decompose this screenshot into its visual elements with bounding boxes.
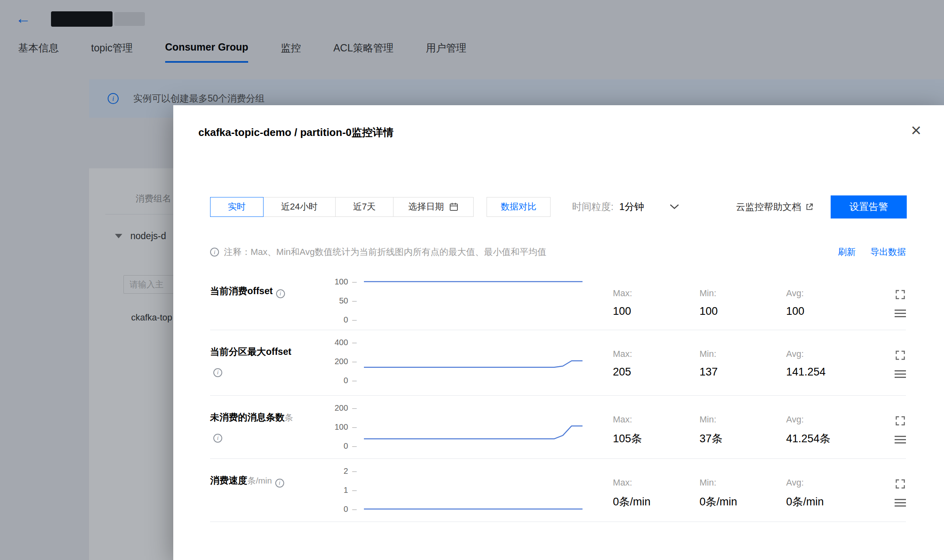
range-realtime-button[interactable]: 实时 (210, 197, 264, 217)
max-value: 0条/min (613, 494, 699, 509)
cloud-monitor-help-link[interactable]: 云监控帮助文档 (736, 201, 814, 213)
line-chart (364, 330, 583, 395)
metric-label: 当前消费offset (210, 269, 319, 330)
note-text: 注释：Max、Min和Avg数值统计为当前折线图内所有点的最大值、最小值和平均值 (224, 246, 546, 258)
stats: Max:100 Min:100 Avg:100 (613, 269, 873, 330)
refresh-link[interactable]: 刷新 (838, 246, 856, 258)
metric-label: 消费速度条/min (210, 459, 319, 522)
monitoring-detail-modal: ckafka-topic-demo / partition-0监控详情 × 实时… (173, 105, 944, 560)
line-chart (364, 269, 583, 330)
stats: Max:205 Min:137 Avg:141.254 (613, 330, 873, 395)
stats: Max:0条/min Min:0条/min Avg:0条/min (613, 459, 873, 522)
expand-icon[interactable] (895, 350, 906, 361)
info-icon[interactable] (213, 434, 222, 443)
metric-unit: 条 (285, 413, 293, 422)
line-chart (364, 459, 583, 522)
metric-row-max-offset: 当前分区最大offset 400 200 0 Max:205 Min:137 A… (210, 330, 906, 396)
max-value: 100 (613, 305, 699, 318)
max-value: 105条 (613, 431, 699, 446)
metric-title: 消费速度 (210, 475, 247, 486)
metric-label: 当前分区最大offset (210, 330, 319, 395)
modal-title: ckafka-topic-demo / partition-0监控详情 (198, 125, 394, 140)
close-icon[interactable]: × (911, 121, 921, 139)
line-chart (364, 396, 583, 458)
range-7d-button[interactable]: 近7天 (335, 197, 393, 217)
menu-icon[interactable] (895, 435, 906, 443)
export-data-link[interactable]: 导出数据 (870, 246, 906, 258)
help-link-label: 云监控帮助文档 (736, 201, 801, 213)
expand-icon[interactable] (895, 289, 906, 300)
pick-date-label: 选择日期 (408, 201, 444, 213)
expand-icon[interactable] (895, 478, 906, 490)
chevron-down-icon[interactable] (669, 204, 680, 210)
metric-title: 当前消费offset (210, 286, 273, 296)
metric-row-consume-speed: 消费速度条/min 2 1 0 Max:0条/min Min:0条/min Av… (210, 459, 906, 522)
min-value: 37条 (699, 431, 786, 446)
metric-row-consume-offset: 当前消费offset 100 50 0 Max:100 Min:100 Avg:… (210, 269, 906, 330)
y-axis: 200 100 0 (319, 396, 357, 458)
calendar-icon (449, 202, 459, 212)
range-pick-date-button[interactable]: 选择日期 (393, 197, 474, 217)
min-value: 100 (699, 305, 786, 318)
avg-value: 41.254条 (786, 431, 873, 446)
metric-title: 当前分区最大offset (210, 346, 291, 357)
time-range-group: 实时 近24小时 近7天 选择日期 (210, 197, 474, 217)
stats: Max:105条 Min:37条 Avg:41.254条 (613, 396, 873, 458)
y-axis: 400 200 0 (319, 330, 357, 395)
data-compare-button[interactable]: 数据对比 (487, 197, 551, 217)
min-value: 137 (699, 366, 786, 378)
info-icon[interactable] (275, 479, 284, 488)
avg-value: 141.254 (786, 366, 873, 378)
granularity-value: 1分钟 (619, 200, 644, 213)
screen: ← 基本信息 topic管理 Consumer Group 监控 ACL策略管理… (0, 0, 944, 560)
set-alarm-button[interactable]: 设置告警 (831, 195, 907, 218)
max-value: 205 (613, 366, 699, 378)
granularity-label: 时间粒度: (572, 200, 614, 213)
range-24h-button[interactable]: 近24小时 (263, 197, 336, 217)
external-link-icon (805, 203, 814, 211)
note-row: 注释：Max、Min和Avg数值统计为当前折线图内所有点的最大值、最小值和平均值… (210, 246, 906, 258)
info-icon (210, 248, 219, 257)
metric-row-unconsumed-messages: 未消费的消息条数条 200 100 0 Max:105条 Min:37条 Avg… (210, 396, 906, 459)
y-axis: 2 1 0 (319, 459, 357, 522)
menu-icon[interactable] (895, 370, 906, 378)
info-icon[interactable] (276, 289, 285, 298)
y-axis: 100 50 0 (319, 269, 357, 330)
expand-icon[interactable] (895, 415, 906, 426)
menu-icon[interactable] (895, 309, 906, 317)
info-icon[interactable] (213, 368, 222, 377)
menu-icon[interactable] (895, 498, 906, 507)
min-value: 0条/min (699, 494, 786, 509)
metric-unit: 条/min (247, 476, 272, 485)
metric-title: 未消费的消息条数 (210, 412, 285, 422)
controls-row: 实时 近24小时 近7天 选择日期 数据对比 时间粒度: 1分钟 云监控帮助文档 (210, 194, 907, 219)
metric-label: 未消费的消息条数条 (210, 396, 319, 458)
avg-value: 100 (786, 305, 873, 318)
granularity-select[interactable]: 时间粒度: 1分钟 (572, 200, 680, 213)
avg-value: 0条/min (786, 494, 873, 509)
metric-rows: 当前消费offset 100 50 0 Max:100 Min:100 Avg:… (210, 269, 906, 522)
